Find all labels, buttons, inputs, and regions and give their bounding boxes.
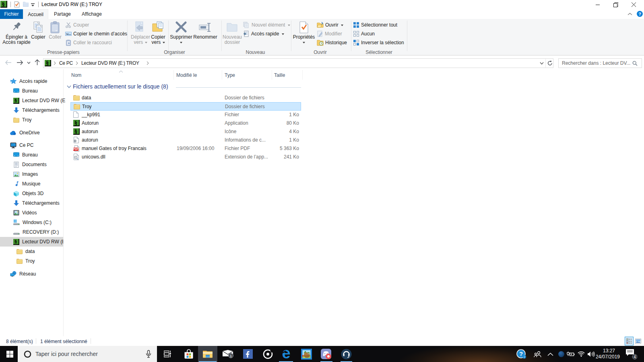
svg-text:§: § [74, 128, 77, 134]
svg-text:1: 1 [230, 354, 232, 358]
svg-text:4: 4 [634, 355, 636, 359]
svg-text:§: § [74, 120, 77, 126]
svg-text:§: § [14, 239, 17, 245]
svg-text:W: W [66, 33, 69, 36]
svg-text:§: § [46, 60, 49, 66]
svg-text:?: ? [519, 350, 522, 357]
svg-text:§: § [14, 98, 17, 103]
svg-text:§: § [2, 1, 5, 7]
svg-text:?: ? [638, 12, 641, 16]
svg-text:PDF: PDF [73, 148, 78, 150]
